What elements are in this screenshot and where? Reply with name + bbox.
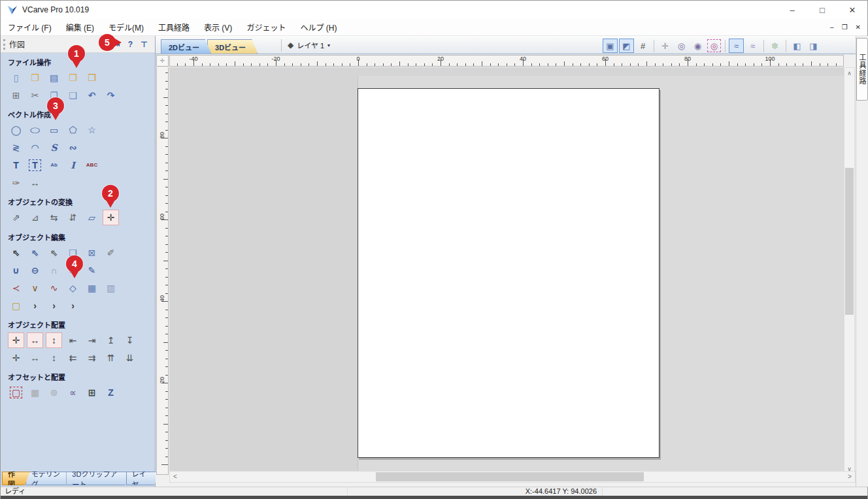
align-outside-right[interactable]: ⇉ xyxy=(84,351,99,365)
import-vectors-button[interactable]: ❒ xyxy=(65,71,80,85)
menu-file[interactable]: ファイル (F) xyxy=(1,19,59,35)
text-spacing-tool[interactable]: I xyxy=(65,158,80,172)
align-left[interactable]: ⇤ xyxy=(65,333,80,347)
scroll-up-arrow[interactable]: ∧ xyxy=(844,68,854,78)
pin-icon[interactable]: ⊤ xyxy=(139,39,150,50)
join-close-vectors-tool[interactable]: ◇ xyxy=(65,281,80,295)
move-tool[interactable]: ⇗ xyxy=(8,210,24,225)
subtract-vectors-tool[interactable]: ⊖ xyxy=(27,263,42,278)
zoom-interactive-tool[interactable]: ◎ xyxy=(674,39,689,53)
center-vertical-material[interactable]: ↕ xyxy=(46,351,61,365)
align-top[interactable]: ↥ xyxy=(103,333,118,347)
guide-snap-toggle[interactable]: ◩ xyxy=(619,39,634,53)
window-minimize-button[interactable]: – xyxy=(777,1,807,19)
draw-arc-tool[interactable]: ◠ xyxy=(27,140,42,155)
align-outside-bottom[interactable]: ⇊ xyxy=(122,351,137,365)
paste-button[interactable]: ❑ xyxy=(65,88,80,103)
node-edit-tool[interactable]: ⇖ xyxy=(27,246,42,260)
align-center-selection[interactable]: ✛ xyxy=(8,333,24,347)
tab-2d-view[interactable]: 2Dビュー xyxy=(161,39,211,54)
layer-selector[interactable]: ◆ レイヤ 1 ▾ xyxy=(278,39,330,52)
dimension-tool[interactable]: ↔ xyxy=(27,176,42,190)
mdi-restore-button[interactable]: ❐ xyxy=(842,24,848,31)
edit-picture-tool[interactable]: ▦ xyxy=(84,281,99,295)
trim-overlap-tool[interactable]: ∩ xyxy=(46,263,61,278)
distort-tool[interactable]: ▱ xyxy=(84,210,99,225)
dock-toolpath-panel-button[interactable]: ◨ xyxy=(806,39,821,53)
align-right[interactable]: ⇥ xyxy=(84,333,99,347)
tab-layers[interactable]: レイヤ xyxy=(126,472,159,485)
fit-polyline-tool[interactable]: ∨ xyxy=(27,281,42,295)
zoom-selected-tool[interactable]: ◎ xyxy=(707,39,722,53)
object-snap-toggle[interactable]: ▣ xyxy=(603,39,618,53)
mirror-horizontal-tool[interactable]: ⇆ xyxy=(46,210,61,225)
set-size-tool[interactable]: ⊿ xyxy=(27,210,42,225)
draw-text-tool[interactable]: T xyxy=(8,158,24,172)
join-with-arc-tool[interactable]: › xyxy=(46,298,61,313)
draw-ellipse-tool[interactable]: ◯ xyxy=(27,125,42,134)
draw-polyline-tool[interactable]: ≷ xyxy=(8,140,24,155)
grid-toggle[interactable]: # xyxy=(635,39,650,53)
align-outside-top[interactable]: ⇈ xyxy=(103,351,118,365)
vertical-scroll-thumb[interactable] xyxy=(845,168,854,315)
tab-modeling[interactable]: モデリング xyxy=(25,472,71,485)
scroll-right-arrow[interactable]: > xyxy=(844,472,855,481)
panel-grip[interactable] xyxy=(3,39,6,50)
toolpath-draw-toggle[interactable]: ≈ xyxy=(729,39,744,53)
menu-help[interactable]: ヘルプ (H) xyxy=(293,19,344,35)
vertical-scrollbar[interactable]: ∧ ∨ xyxy=(844,67,855,475)
join-with-line-tool[interactable]: › xyxy=(27,298,42,313)
mirror-vertical-tool[interactable]: ⇵ xyxy=(65,210,80,225)
block-copy-tool[interactable]: ⊞ xyxy=(84,385,99,400)
draw-polygon-tool[interactable]: ⬠ xyxy=(65,123,80,137)
menu-model[interactable]: モデル(M) xyxy=(101,19,151,35)
join-with-curve-tool[interactable]: › xyxy=(65,298,80,313)
draw-curve-tool[interactable]: S xyxy=(46,140,61,155)
select-tool[interactable]: ⇖ xyxy=(8,246,24,260)
circular-copy-tool[interactable]: ⊚ xyxy=(46,385,61,400)
center-in-material[interactable]: ✛ xyxy=(8,351,24,365)
weld-vectors-tool[interactable]: ∪ xyxy=(8,263,24,278)
fit-arc-tool[interactable]: ≺ xyxy=(8,281,24,295)
new-file-button[interactable]: ▯ xyxy=(8,71,24,85)
transform-mode-tool[interactable]: ⇖ xyxy=(46,246,61,260)
undo-button[interactable]: ↶ xyxy=(84,88,99,103)
tab-3d-clipart[interactable]: 3Dクリップアート xyxy=(66,472,130,485)
align-bottom[interactable]: ↧ xyxy=(122,333,137,347)
center-horizontal-material[interactable]: ↔ xyxy=(27,351,42,365)
move-to-position-tool[interactable]: ✛ xyxy=(103,210,118,225)
offset-vectors-tool[interactable]: ▢ xyxy=(8,385,24,400)
vector-texture-tool[interactable]: ∾ xyxy=(65,140,80,155)
window-close-button[interactable]: ✕ xyxy=(837,1,867,19)
cut-button[interactable]: ✂ xyxy=(27,88,42,103)
draw-circle-tool[interactable]: ◯ xyxy=(8,123,24,137)
toolpath-solid-toggle[interactable]: ≈ xyxy=(745,39,760,53)
menu-edit[interactable]: 編集 (E) xyxy=(59,19,101,35)
open-file-button[interactable]: ❒ xyxy=(27,71,42,85)
menu-toolpaths[interactable]: 工具経路 xyxy=(151,19,197,35)
mdi-minimize-button[interactable]: – xyxy=(830,24,834,31)
nesting-tool[interactable]: Z xyxy=(103,385,118,400)
fit-curve-tool[interactable]: ∿ xyxy=(46,281,61,295)
text-on-curve-tool[interactable]: ABC xyxy=(84,158,99,172)
save-file-button[interactable]: ▤ xyxy=(46,71,61,85)
menu-gadgets[interactable]: ガジェット xyxy=(239,19,293,35)
drawing-canvas[interactable] xyxy=(169,67,844,475)
pan-view-tool[interactable]: ✛ xyxy=(658,39,673,53)
menu-view[interactable]: 表示 (V) xyxy=(197,19,239,35)
align-outside-left[interactable]: ⇇ xyxy=(65,351,80,365)
dock-drawing-panel-button[interactable]: ◧ xyxy=(790,39,805,53)
help-icon[interactable]: ? xyxy=(125,39,136,50)
export-vectors-button[interactable]: ❒ xyxy=(84,71,99,85)
crop-picture-tool[interactable]: ▥ xyxy=(103,281,118,295)
trace-bitmap-tool[interactable]: ✑ xyxy=(8,176,24,190)
vector-validator-tool[interactable]: ✎ xyxy=(84,263,99,278)
ruler-origin-button[interactable]: ✛ xyxy=(156,55,169,67)
mdi-close-button[interactable]: ✕ xyxy=(856,24,861,31)
window-maximize-button[interactable]: □ xyxy=(807,1,837,19)
edit-nodes-tool[interactable]: ▢ xyxy=(8,298,24,313)
draw-text-box-tool[interactable]: T xyxy=(27,158,42,172)
ungroup-tool[interactable]: ⊠ xyxy=(84,246,99,260)
zoom-box-tool[interactable]: ◉ xyxy=(690,39,705,53)
horizontal-scroll-thumb[interactable] xyxy=(376,472,644,481)
